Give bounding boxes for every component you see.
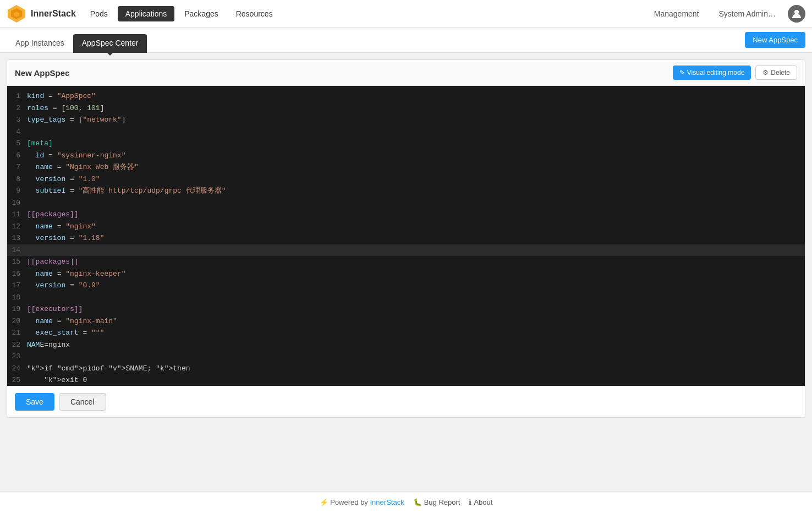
logo[interactable]: InnerStack	[7, 4, 76, 24]
code-line: 12 name = "nginx"	[7, 221, 805, 233]
appspec-panel: New AppSpec ✎ Visual editing mode ⚙ Dele…	[7, 59, 805, 418]
bottom-actions: Save Cancel	[7, 386, 805, 417]
info-icon: ℹ	[469, 498, 471, 506]
line-content: type_tags = ["network"]	[27, 114, 805, 125]
line-content: roles = [100, 101]	[27, 103, 805, 114]
line-number: 6	[7, 150, 27, 161]
visual-editing-button[interactable]: ✎ Visual editing mode	[673, 66, 751, 80]
code-line: 1kind = "AppSpec"	[7, 90, 805, 102]
line-number: 15	[7, 256, 27, 268]
code-line: 21 exec_start = """	[7, 327, 805, 339]
line-content: kind = "AppSpec"	[27, 91, 805, 102]
line-content: [[executors]]	[27, 304, 805, 315]
bug-report-link[interactable]: 🐛 Bug Report	[413, 498, 460, 506]
line-number: 23	[7, 351, 27, 362]
powered-by-text: ⚡ Powered by InnerStack	[320, 498, 404, 506]
line-number: 10	[7, 198, 27, 209]
app-name: InnerStack	[31, 9, 76, 19]
line-number: 18	[7, 292, 27, 303]
code-line: 8 version = "1.0"	[7, 173, 805, 185]
cancel-button[interactable]: Cancel	[59, 393, 106, 411]
code-line: 24"k">if "cmd">pidof "v">$NAME; "k">then	[7, 363, 805, 375]
logo-icon	[7, 4, 26, 24]
nav-packages[interactable]: Packages	[177, 6, 226, 21]
line-number: 4	[7, 127, 27, 138]
user-avatar[interactable]	[788, 5, 805, 23]
tab-app-instances[interactable]: App Instances	[7, 34, 73, 53]
line-content: [meta]	[27, 138, 805, 149]
line-number: 25	[7, 375, 27, 386]
nav-pods[interactable]: Pods	[83, 6, 116, 21]
code-line: 6 id = "sysinner-nginx"	[7, 150, 805, 162]
code-line: 9 subtiel = "高性能 http/tcp/udp/grpc 代理服务器…	[7, 185, 805, 197]
line-number: 20	[7, 316, 27, 327]
gear-icon: ⚙	[762, 69, 769, 77]
new-appspec-button[interactable]: New AppSpec	[745, 32, 805, 48]
line-content: [[packages]]	[27, 256, 805, 268]
line-number: 5	[7, 138, 27, 149]
line-content	[27, 127, 805, 138]
code-line: 5[meta]	[7, 138, 805, 150]
line-number: 21	[7, 328, 27, 339]
line-content: version = "1.0"	[27, 174, 805, 185]
code-line: 7 name = "Nginx Web 服务器"	[7, 161, 805, 173]
line-content: subtiel = "高性能 http/tcp/udp/grpc 代理服务器"	[27, 185, 805, 197]
tab-appspec-center[interactable]: AppSpec Center	[73, 34, 147, 53]
sub-nav: App Instances AppSpec Center New AppSpec	[0, 28, 812, 53]
line-number: 16	[7, 269, 27, 280]
line-content	[27, 292, 805, 303]
line-content: name = "Nginx Web 服务器"	[27, 162, 805, 173]
svg-point-3	[794, 10, 799, 14]
line-content: name = "nginx-main"	[27, 316, 805, 327]
line-number: 12	[7, 221, 27, 232]
delete-button[interactable]: ⚙ Delete	[755, 66, 797, 80]
line-number: 7	[7, 162, 27, 173]
code-line: 23	[7, 351, 805, 363]
nav-right: Management System Admin…	[646, 5, 805, 23]
line-content	[27, 351, 805, 362]
code-line: 22NAME=nginx	[7, 339, 805, 351]
line-number: 2	[7, 103, 27, 114]
code-line: 14	[7, 244, 805, 256]
line-content: version = "1.18"	[27, 233, 805, 244]
main-content: New AppSpec ✎ Visual editing mode ⚙ Dele…	[0, 53, 812, 491]
sub-nav-right: New AppSpec	[745, 32, 805, 48]
code-line: 15[[packages]]	[7, 256, 805, 268]
line-content: "k">if "cmd">pidof "v">$NAME; "k">then	[27, 363, 805, 374]
code-line: 13 version = "1.18"	[7, 232, 805, 244]
nav-resources[interactable]: Resources	[228, 6, 281, 21]
nav-system-admin[interactable]: System Admin…	[711, 6, 783, 21]
pencil-icon: ✎	[679, 69, 685, 77]
nav-applications[interactable]: Applications	[118, 6, 175, 21]
top-nav: InnerStack Pods Applications Packages Re…	[0, 0, 812, 28]
line-content	[27, 198, 805, 209]
line-content: name = "nginx"	[27, 221, 805, 232]
line-content: name = "nginx-keeper"	[27, 269, 805, 280]
code-line: 3type_tags = ["network"]	[7, 114, 805, 126]
panel-header: New AppSpec ✎ Visual editing mode ⚙ Dele…	[7, 60, 805, 86]
bug-icon: 🐛	[413, 498, 422, 506]
footer: ⚡ Powered by InnerStack 🐛 Bug Report ℹ A…	[0, 491, 812, 513]
save-button[interactable]: Save	[15, 393, 54, 411]
line-content: version = "0.9"	[27, 280, 805, 291]
line-content: exec_start = """	[27, 328, 805, 339]
line-number: 14	[7, 245, 27, 256]
line-number: 1	[7, 91, 27, 102]
line-number: 24	[7, 363, 27, 374]
code-line: 19[[executors]]	[7, 303, 805, 315]
footer-brand: InnerStack	[370, 498, 404, 506]
line-number: 13	[7, 233, 27, 244]
code-line: 25 "k">exit 0	[7, 374, 805, 386]
code-line: 20 name = "nginx-main"	[7, 315, 805, 328]
code-line: 10	[7, 197, 805, 209]
code-editor[interactable]: 1kind = "AppSpec"2roles = [100, 101]3typ…	[7, 86, 805, 386]
code-line: 17 version = "0.9"	[7, 280, 805, 292]
panel-title: New AppSpec	[15, 68, 69, 78]
line-number: 8	[7, 174, 27, 185]
line-number: 19	[7, 304, 27, 315]
about-link[interactable]: ℹ About	[469, 498, 492, 506]
nav-management[interactable]: Management	[646, 6, 707, 21]
code-line: 16 name = "nginx-keeper"	[7, 268, 805, 280]
editor-wrapper: 1kind = "AppSpec"2roles = [100, 101]3typ…	[7, 86, 805, 386]
line-number: 11	[7, 209, 27, 220]
